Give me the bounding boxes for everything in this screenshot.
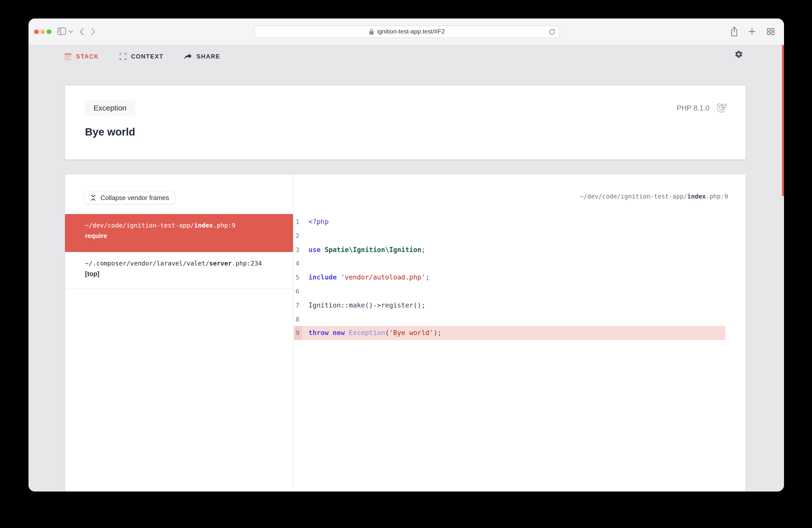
tab-overview-icon[interactable] [767,28,774,35]
chevron-down-icon[interactable] [69,30,73,33]
stack-frame[interactable]: ~/.composer/vendor/laravel/valet/server.… [65,252,293,289]
url-text: ignition-test-app.test/#F2 [377,28,445,35]
php-version: PHP 8.1.0 [677,102,726,115]
code-line: 2 [294,229,725,243]
share-arrow-icon [184,53,192,60]
browser-toolbar: ignition-test-app.test/#F2 [29,18,784,45]
minimize-window-button[interactable] [40,29,45,34]
share-icon[interactable] [730,27,738,36]
line-content: use Spatie\Ignition\Ignition; [302,243,425,257]
tab-share[interactable]: SHARE [184,53,220,60]
settings-gear-icon[interactable] [735,50,743,59]
line-content [302,229,308,243]
ignition-error-page: STACK CONTEXT SHARE [29,45,784,492]
close-window-button[interactable] [34,29,39,34]
line-content: <?php [302,215,329,229]
tab-context-label: CONTEXT [131,53,163,60]
frames-pane: Collapse vendor frames ~/dev/code/igniti… [65,175,293,492]
address-bar[interactable]: ignition-test-app.test/#F2 [254,25,560,38]
stack-frame[interactable]: ~/dev/code/ignition-test-app/index.php:9… [65,214,293,252]
exception-message: Bye world [85,126,135,138]
code-line: 5include 'vendor/autoload.php'; [294,270,725,284]
forward-icon[interactable] [90,28,96,35]
exception-card: Exception PHP 8.1.0 Bye world [65,86,745,160]
code-file-path: ~/dev/code/ignition-test-app/index.php:9 [580,193,728,200]
exception-type-badge: Exception [85,101,135,116]
line-number: 6 [294,284,302,298]
code-line: 4 [294,257,725,271]
code-pane: ~/dev/code/ignition-test-app/index.php:9… [294,175,745,492]
line-content: Ignition::make()->register(); [302,298,425,312]
tab-stack[interactable]: STACK [64,53,99,60]
code-line: 1<?php [294,215,725,229]
refresh-icon[interactable] [549,29,555,35]
line-number: 5 [294,270,302,284]
frames-list: ~/dev/code/ignition-test-app/index.php:9… [65,214,293,289]
collapse-vendor-frames-button[interactable]: Collapse vendor frames [85,191,175,204]
line-number: 2 [294,229,302,243]
line-content [302,284,308,298]
safari-window: ignition-test-app.test/#F2 [29,18,784,492]
line-number: 9 [294,326,302,340]
line-number: 3 [294,243,302,257]
tab-context[interactable]: CONTEXT [119,53,163,60]
code-line: 6 [294,284,725,298]
context-icon [119,53,127,60]
collapse-button-label: Collapse vendor frames [101,194,169,202]
collapse-icon [90,194,96,201]
frame-method: [top] [85,268,285,279]
line-content [302,257,308,271]
stack-icon [64,53,72,60]
code-line: 9throw new Exception('Bye world'); [294,326,725,340]
sidebar-toggle-icon[interactable] [58,28,66,35]
tab-share-label: SHARE [197,53,220,60]
laravel-icon [717,103,726,113]
php-version-label: PHP 8.1.0 [677,104,710,112]
frame-path: ~/.composer/vendor/laravel/valet/server.… [85,259,285,268]
scrollbar-thumb[interactable] [782,45,784,196]
code-line: 3use Spatie\Ignition\Ignition; [294,243,725,257]
new-tab-icon[interactable] [749,28,755,35]
screenshot-canvas: ignition-test-app.test/#F2 [0,0,812,528]
line-number: 4 [294,257,302,271]
line-number: 1 [294,215,302,229]
code-snippet: 1<?php23use Spatie\Ignition\Ignition;45i… [294,215,725,340]
line-content [302,312,308,326]
line-number: 7 [294,298,302,312]
ignition-nav: STACK CONTEXT SHARE [64,51,241,62]
frame-path: ~/dev/code/ignition-test-app/index.php:9 [85,220,285,230]
lock-icon [369,28,374,35]
back-icon[interactable] [79,28,84,35]
code-line: 8 [294,312,725,326]
stack-trace-card: Collapse vendor frames ~/dev/code/igniti… [65,175,745,492]
frame-method: require [85,230,285,241]
line-content: throw new Exception('Bye world'); [302,326,441,340]
zoom-window-button[interactable] [46,29,51,34]
tab-stack-label: STACK [76,53,99,60]
code-line: 7Ignition::make()->register(); [294,298,725,312]
line-content: include 'vendor/autoload.php'; [302,270,430,284]
line-number: 8 [294,312,302,326]
